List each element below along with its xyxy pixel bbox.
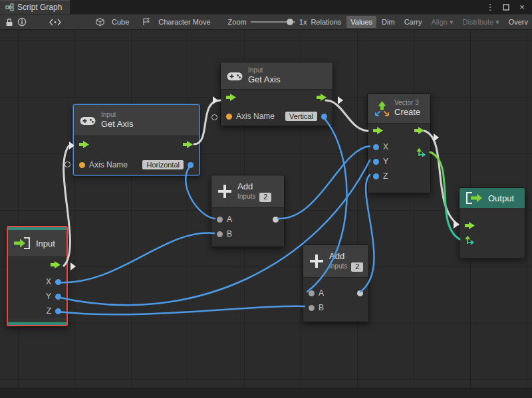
node-add-1[interactable]: Add Inputs 2 A B [211,175,285,247]
exec-output-port[interactable] [51,260,61,271]
gamepad-icon [80,116,96,126]
node-title: Get Axis [248,74,280,85]
exec-output-port[interactable] [414,126,425,137]
axis-name-field[interactable]: Vertical [285,112,317,121]
input-port-y[interactable] [373,159,379,165]
character-move-label: Character Move [158,18,210,26]
sum-output-port[interactable] [357,290,363,296]
input-port-b[interactable] [217,231,223,237]
sum-output-port[interactable] [273,217,279,223]
vector-input-port-icon[interactable] [466,236,474,245]
port-label-b: B [227,229,232,239]
overview-button[interactable]: Overv [505,16,532,28]
node-header[interactable]: Add Inputs 2 [303,245,368,277]
node-title: Output [488,193,514,203]
code-icon[interactable] [49,19,61,26]
gamepad-icon [227,71,243,81]
chevron-down-icon: ▾ [450,18,454,26]
string-input-port[interactable] [79,162,85,168]
breadcrumb-character-move[interactable]: Character Move [142,18,210,26]
port-label-y: Y [383,157,388,166]
dim-button[interactable]: Dim [378,16,399,28]
vector-result-port-icon[interactable] [417,148,426,157]
node-header[interactable]: Input Get Axis [74,105,199,136]
node-graph-output[interactable]: Output [459,187,525,258]
distribute-dropdown[interactable]: Distribute ▾ [459,16,503,29]
port-label-z: Z [47,306,51,316]
axis-name-field[interactable]: Horizontal [142,160,184,169]
unity-script-graph-window: Script Graph ⋮ × Cube Character [0,0,532,398]
graph-output-icon [466,192,483,204]
node-category: Vector 3 [394,99,420,108]
output-port-y[interactable] [55,294,61,300]
plus-icon [309,254,324,268]
exec-input-port[interactable] [226,93,237,104]
align-dropdown[interactable]: Align ▾ [428,16,458,29]
script-graph-icon [5,3,14,11]
cube-label: Cube [112,18,129,26]
param-label: Axis Name [89,160,128,169]
input-port-b[interactable] [309,305,315,311]
node-graph-input[interactable]: Input X Y Z [7,226,68,326]
info-icon[interactable] [17,17,27,27]
zoom-slider[interactable] [251,21,295,23]
float-output-port[interactable] [188,162,194,168]
output-port-z[interactable] [55,308,61,314]
port-label-y: Y [46,292,51,301]
node-header[interactable]: Input Get Axis [221,62,332,89]
wire-data-input-x-to-add1-b[interactable] [57,233,214,283]
node-get-axis-horizontal[interactable]: Input Get Axis Axis Name Horizontal [73,104,200,175]
wire-vector3-result-to-output[interactable] [430,152,460,239]
node-vector3-create[interactable]: Vector 3 Create X Y [367,93,431,193]
node-title: Input [36,239,55,249]
exec-output-port[interactable] [317,93,327,104]
port-label-x: X [46,277,51,286]
distribute-label: Distribute [463,18,493,26]
node-add-2[interactable]: Add Inputs 2 A B [303,245,369,322]
zoom-slider-handle[interactable] [287,19,293,25]
node-header[interactable]: Input [8,230,66,256]
lock-icon[interactable] [5,18,13,27]
tab-bar: Script Graph ⋮ × [0,0,532,14]
input-port-a[interactable] [309,290,315,296]
exec-output-port[interactable] [183,140,194,151]
tab-title: Script Graph [17,3,62,12]
values-button[interactable]: Values [346,16,376,28]
unconnected-port[interactable] [211,114,217,120]
carry-button[interactable]: Carry [400,16,426,28]
tab-script-graph[interactable]: Script Graph [0,0,70,14]
port-label-z: Z [383,171,388,181]
wire-data-add1-to-vector3-x[interactable] [278,146,370,219]
exec-input-port[interactable] [79,140,90,151]
input-port-z[interactable] [373,173,379,179]
unconnected-port[interactable] [65,161,70,167]
float-output-port[interactable] [321,114,327,120]
port-label-b: B [319,303,324,312]
wire-arrowhead [70,262,76,270]
input-port-x[interactable] [373,144,379,150]
node-header[interactable]: Vector 3 Create [368,94,430,123]
wire-data-input-z-to-add2-b[interactable] [57,306,305,315]
node-header[interactable]: Add Inputs 2 [211,175,284,207]
exec-input-port[interactable] [465,221,475,232]
graph-canvas[interactable]: Input Get Axis Axis Name Vertical [0,30,532,398]
graph-input-icon [13,237,31,249]
breadcrumb-cube[interactable]: Cube [96,17,129,27]
menu-icon[interactable]: ⋮ [485,2,495,13]
maximize-icon[interactable] [501,2,511,13]
node-title: Get Axis [101,119,133,130]
relations-button[interactable]: Relations [307,16,345,28]
node-header[interactable]: Output [460,188,525,208]
input-port-a[interactable] [217,217,223,223]
canvas-bottom-edge [0,388,532,398]
cube-icon [96,17,104,27]
node-get-axis-vertical[interactable]: Input Get Axis Axis Name Vertical [220,62,333,126]
close-icon[interactable]: × [517,2,527,13]
inputs-count-field[interactable]: 2 [259,193,271,202]
param-label: Axis Name [236,112,275,121]
inputs-count-field[interactable]: 2 [351,262,363,272]
string-input-port[interactable] [226,114,232,120]
exec-input-port[interactable] [373,126,384,137]
inputs-label: Inputs [329,262,347,271]
output-port-x[interactable] [55,279,61,285]
